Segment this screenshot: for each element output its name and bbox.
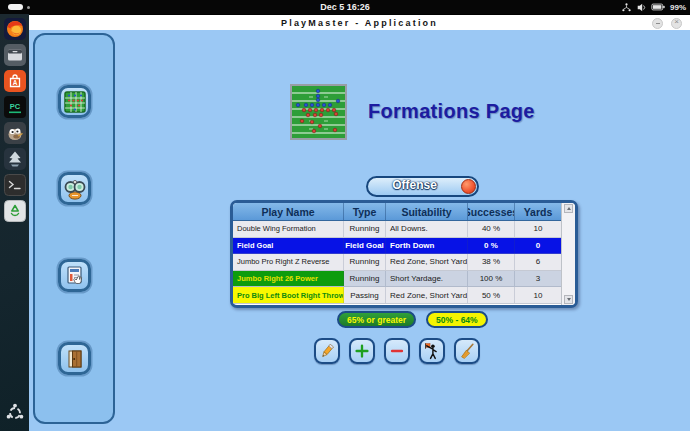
cell-successes: 40 % — [468, 221, 515, 237]
scroll-down-icon[interactable] — [564, 295, 573, 304]
pycharm-icon: PC — [4, 96, 26, 118]
cell-successes: 100 % — [468, 271, 515, 287]
cell-suitability: All Downs. — [386, 221, 468, 237]
cell-suitability: Short Yardage. — [386, 271, 468, 287]
window-controls — [652, 18, 682, 29]
sidebar-exit-button[interactable] — [58, 342, 91, 375]
battery-percent: 99% — [670, 3, 686, 12]
ubuntu-logo-icon — [4, 402, 26, 424]
table-row[interactable]: Pro Big Left Boot Right ThrowbackPassing… — [233, 287, 561, 304]
table-row[interactable]: Field GoalField GoalForth Down0 %0 — [233, 238, 561, 255]
cell-play-name: Field Goal — [233, 238, 344, 254]
edit-button[interactable] — [314, 338, 340, 364]
window-title: PlayMaster - Application — [29, 15, 690, 31]
dock-item-ubuntu-software[interactable]: A — [2, 68, 27, 93]
dock-items: APC — [2, 16, 27, 224]
dock-item-trash[interactable] — [2, 198, 27, 223]
inkscape-icon — [4, 148, 26, 170]
cell-successes: 38 % — [468, 254, 515, 270]
cell-successes: 50 % — [468, 287, 515, 303]
window-titlebar[interactable]: PlayMaster - Application — [29, 14, 690, 30]
referee-flag-icon — [423, 342, 441, 360]
dock-item-gimp[interactable] — [2, 120, 27, 145]
plays-table: Play NameTypeSuitabilitySuccessesYards D… — [230, 200, 578, 308]
cell-type: Running — [344, 221, 386, 237]
dock: APC — [0, 14, 29, 431]
cell-play-name: Double Wing Formation — [233, 221, 344, 237]
cell-yards: 0 — [515, 238, 561, 254]
page-title: Formations Page — [368, 100, 535, 123]
dock-item-files[interactable] — [2, 42, 27, 67]
app-window: Formations Page Offense Play NameTypeSui… — [29, 30, 690, 431]
legend-badge-yellow[interactable]: 50% - 64% — [426, 311, 488, 328]
cell-successes: 0 % — [468, 238, 515, 254]
sidebar-panel — [33, 33, 115, 424]
sidebar-play-selection-button[interactable] — [58, 259, 91, 292]
dock-item-terminal[interactable] — [2, 172, 27, 197]
add-button[interactable] — [349, 338, 375, 364]
column-header-play-name[interactable]: Play Name — [233, 203, 344, 220]
cell-yards: 6 — [515, 254, 561, 270]
clock[interactable]: Dec 5 16:26 — [0, 0, 690, 14]
door-icon — [63, 347, 87, 371]
formation-field-icon — [63, 90, 87, 114]
dock-show-apps-button[interactable] — [2, 400, 27, 425]
clear-button[interactable] — [454, 338, 480, 364]
offense-toggle-label: Offense — [372, 178, 457, 194]
table-body: Double Wing FormationRunningAll Downs.40… — [233, 221, 561, 304]
cell-yards: 10 — [515, 287, 561, 303]
sidebar-formations-button[interactable] — [58, 85, 91, 118]
playbook-hand-icon — [63, 264, 87, 288]
cell-play-name: Pro Big Left Boot Right Throwback — [233, 287, 344, 303]
table-row[interactable]: Jumbo Pro Right Z ReverseRunningRed Zone… — [233, 254, 561, 271]
table-row[interactable]: Double Wing FormationRunningAll Downs.40… — [233, 221, 561, 238]
referee-button[interactable] — [419, 338, 445, 364]
svg-text:A: A — [12, 79, 17, 86]
column-header-yards[interactable]: Yards — [515, 203, 561, 220]
cell-play-name: Jumbo Pro Right Z Reverse — [233, 254, 344, 270]
cell-type: Running — [344, 271, 386, 287]
desktop: Dec 5 16:26 99% APC PlayMaster - Applica… — [0, 0, 690, 431]
action-toolbar — [314, 338, 480, 364]
sidebar-scouting-button[interactable] — [58, 172, 91, 205]
firefox-icon — [4, 18, 26, 40]
table-row[interactable]: Jumbo Right 26 PowerRunningShort Yardage… — [233, 271, 561, 288]
minus-icon — [388, 342, 406, 360]
cell-type: Running — [344, 254, 386, 270]
dock-item-pycharm[interactable]: PC — [2, 94, 27, 119]
battery-icon — [651, 2, 666, 12]
scroll-up-icon[interactable] — [564, 204, 573, 213]
close-button[interactable] — [671, 18, 682, 29]
table-scrollbar[interactable] — [561, 203, 575, 305]
column-header-suitability[interactable]: Suitability — [386, 203, 468, 220]
legend-badge-green[interactable]: 65% or greater — [337, 311, 416, 328]
column-header-type[interactable]: Type — [344, 203, 386, 220]
software-icon: A — [4, 70, 26, 92]
football-field-image — [290, 84, 347, 140]
offense-toggle[interactable]: Offense — [366, 176, 479, 197]
system-tray[interactable]: 99% — [621, 0, 686, 14]
cell-suitability: Forth Down — [386, 238, 468, 254]
svg-text:PC: PC — [9, 102, 20, 111]
terminal-icon — [4, 174, 26, 196]
plus-icon — [353, 342, 371, 360]
trash-icon — [4, 200, 26, 222]
network-icon — [621, 2, 632, 13]
cell-type: Passing — [344, 287, 386, 303]
dock-item-firefox[interactable] — [2, 16, 27, 41]
dock-item-inkscape[interactable] — [2, 146, 27, 171]
cell-yards: 3 — [515, 271, 561, 287]
minimize-button[interactable] — [652, 18, 663, 29]
table-header: Play NameTypeSuitabilitySuccessesYards — [233, 203, 561, 221]
legend: 65% or greater50% - 64% — [337, 311, 488, 328]
pencil-icon — [318, 342, 336, 360]
cell-suitability: Red Zone, Short Yardage. — [386, 287, 468, 303]
volume-icon — [636, 2, 647, 13]
cell-suitability: Red Zone, Short Yardage. — [386, 254, 468, 270]
cell-play-name: Jumbo Right 26 Power — [233, 271, 344, 287]
column-header-successes[interactable]: Successes — [468, 203, 515, 220]
cell-type: Field Goal — [344, 238, 386, 254]
files-icon — [4, 44, 26, 66]
remove-button[interactable] — [384, 338, 410, 364]
system-top-bar: Dec 5 16:26 99% — [0, 0, 690, 14]
